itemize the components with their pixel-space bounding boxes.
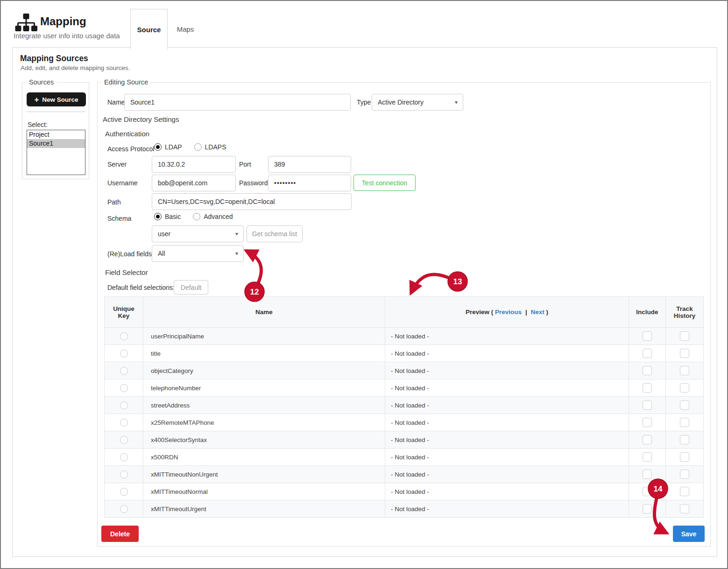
unique-key-cell — [105, 345, 143, 362]
table-row: xMITTimeoutNormal- Not loaded - — [105, 483, 704, 500]
unique-key-radio[interactable] — [120, 488, 128, 496]
advanced-radio[interactable] — [193, 213, 200, 220]
unique-key-radio[interactable] — [120, 367, 128, 375]
unique-key-radio[interactable] — [120, 401, 128, 409]
save-button[interactable]: Save — [673, 526, 705, 542]
app-subtitle: Integrate user info into usage data — [14, 32, 120, 40]
include-checkbox[interactable] — [643, 452, 652, 462]
name-input[interactable] — [124, 94, 351, 111]
unique-key-radio[interactable] — [120, 419, 128, 427]
field-name-cell: userPrincipalName — [143, 328, 385, 345]
include-checkbox[interactable] — [643, 470, 652, 479]
ldap-radio-label: LDAP — [165, 143, 182, 151]
tab-source[interactable]: Source — [130, 9, 168, 49]
new-source-button-label: New Source — [42, 96, 78, 103]
port-input[interactable] — [268, 156, 351, 173]
unique-key-cell — [105, 328, 143, 345]
include-cell — [629, 500, 666, 518]
preview-cell: - Not loaded - — [385, 466, 629, 483]
track-history-checkbox[interactable] — [680, 383, 689, 393]
unique-key-radio[interactable] — [120, 350, 128, 358]
include-checkbox[interactable] — [643, 487, 652, 496]
preview-cell: - Not loaded - — [385, 483, 629, 500]
tab-maps[interactable]: Maps — [168, 9, 203, 49]
ldap-radio[interactable] — [154, 143, 162, 151]
include-checkbox[interactable] — [643, 383, 652, 393]
include-checkbox[interactable] — [643, 418, 652, 427]
track-history-checkbox[interactable] — [680, 452, 689, 462]
type-select[interactable]: Active Directory ▾ — [372, 94, 463, 111]
username-input[interactable] — [152, 175, 236, 191]
unique-key-radio[interactable] — [120, 384, 128, 392]
sources-panel: Sources + New Source Select: Project Sou… — [22, 82, 89, 179]
select-label: Select: — [28, 121, 48, 128]
include-checkbox[interactable] — [643, 349, 652, 358]
include-cell — [629, 483, 666, 500]
include-checkbox[interactable] — [643, 504, 652, 513]
track-history-checkbox[interactable] — [680, 470, 689, 479]
field-name-cell: objectCategory — [143, 362, 385, 379]
schema-class-select-value: user — [158, 230, 170, 238]
preview-header-suffix: ) — [546, 309, 548, 316]
unique-key-radio[interactable] — [120, 436, 128, 444]
table-row: title- Not loaded - — [105, 345, 704, 362]
include-checkbox[interactable] — [643, 400, 652, 410]
reload-fields-select[interactable]: All ▾ — [152, 245, 244, 262]
next-link[interactable]: Next — [530, 309, 544, 316]
unique-key-radio[interactable] — [120, 505, 128, 513]
include-checkbox[interactable] — [643, 366, 652, 375]
include-checkbox[interactable] — [643, 331, 652, 341]
unique-key-radio[interactable] — [120, 471, 128, 478]
test-connection-button[interactable]: Test connection — [353, 175, 416, 191]
ldaps-radio[interactable] — [194, 143, 202, 151]
source-listbox[interactable]: Project Source1 — [27, 130, 85, 175]
new-source-button[interactable]: + New Source — [27, 92, 86, 106]
field-selector-title: Field Selector — [105, 268, 148, 276]
authentication-title: Authentication — [105, 130, 149, 138]
preview-cell: - Not loaded - — [385, 379, 629, 397]
plus-icon: + — [34, 96, 39, 104]
schema-class-select[interactable]: user ▾ — [152, 225, 244, 242]
access-protocol-label: Access Protocol — [107, 145, 154, 153]
ldaps-radio-label: LDAPS — [205, 143, 226, 151]
unique-key-radio[interactable] — [120, 453, 128, 461]
track-history-checkbox[interactable] — [680, 504, 689, 513]
table-row: telephoneNumber- Not loaded - — [105, 379, 704, 397]
server-label: Server — [107, 161, 127, 168]
source-list-item-project[interactable]: Project — [27, 130, 85, 139]
col-header-name: Name — [143, 297, 385, 328]
delete-button[interactable]: Delete — [101, 526, 139, 542]
col-header-unique-key: Unique Key — [105, 297, 143, 328]
field-name-cell: streetAddress — [143, 397, 385, 414]
track-history-checkbox[interactable] — [680, 349, 689, 358]
preview-cell: - Not loaded - — [385, 362, 629, 379]
table-row: objectCategory- Not loaded - — [105, 362, 704, 379]
track-history-checkbox[interactable] — [680, 418, 689, 427]
track-history-checkbox[interactable] — [680, 331, 689, 341]
editing-source-legend: Editing Source — [101, 78, 151, 86]
basic-radio[interactable] — [154, 213, 162, 220]
path-input[interactable] — [152, 193, 352, 210]
unique-key-radio[interactable] — [120, 332, 128, 340]
unique-key-cell — [105, 466, 143, 483]
table-row: x400SelectorSyntax- Not loaded - — [105, 431, 704, 449]
table-row: xMITTimeoutNonUrgent- Not loaded - — [105, 466, 704, 483]
ad-settings-title: Active Directory Settings — [103, 115, 179, 123]
include-cell — [629, 345, 666, 362]
get-schema-list-button[interactable]: Get schema list — [247, 225, 303, 242]
reload-fields-select-value: All — [158, 250, 165, 257]
include-checkbox[interactable] — [643, 435, 652, 444]
previous-link[interactable]: Previous — [495, 309, 522, 316]
track-history-checkbox[interactable] — [680, 435, 689, 444]
field-name-cell: telephoneNumber — [143, 379, 385, 397]
track-history-checkbox[interactable] — [680, 400, 689, 410]
password-input[interactable] — [268, 175, 351, 191]
track-history-checkbox[interactable] — [680, 366, 689, 375]
source-list-item-source1[interactable]: Source1 — [27, 139, 85, 148]
server-input[interactable] — [152, 156, 236, 173]
track-history-checkbox[interactable] — [680, 487, 689, 496]
default-button[interactable]: Default — [174, 280, 208, 295]
app-window: Mapping Integrate user info into usage d… — [0, 0, 728, 569]
preview-header-divider: | — [523, 309, 529, 316]
sources-panel-legend: Sources — [26, 78, 57, 86]
